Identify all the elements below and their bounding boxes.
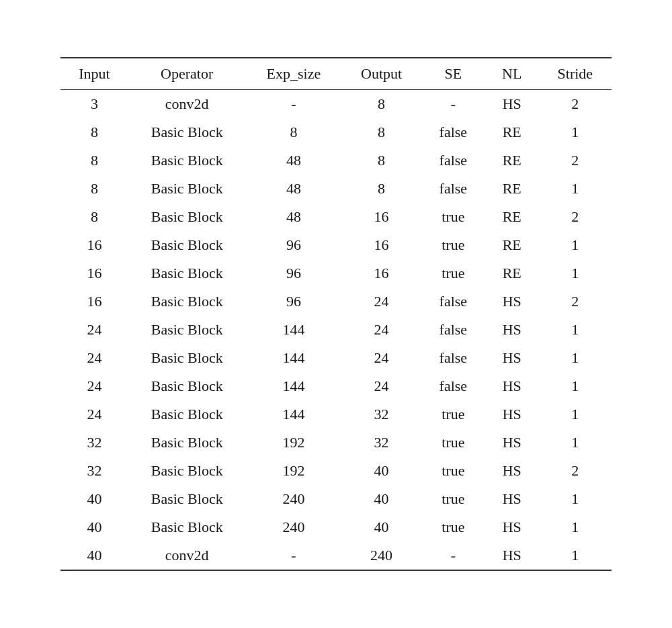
cell-9-1: Basic Block [128,344,246,372]
column-header-stride: Stride [539,58,612,90]
cell-5-6: 1 [539,231,612,259]
cell-8-4: false [421,316,485,344]
cell-3-6: 1 [539,175,612,203]
cell-12-0: 32 [60,429,128,457]
cell-9-6: 1 [539,344,612,372]
table-row: 24Basic Block14424falseHS1 [60,316,612,344]
cell-11-5: HS [485,400,539,429]
cell-12-6: 1 [539,429,612,457]
cell-4-5: RE [485,203,539,231]
cell-13-4: true [421,457,485,485]
cell-9-0: 24 [60,344,128,372]
column-header-output: Output [341,58,421,90]
cell-1-2: 8 [246,118,342,146]
cell-13-1: Basic Block [128,457,246,485]
cell-4-2: 48 [246,203,342,231]
column-header-nl: NL [485,58,539,90]
cell-1-6: 1 [539,118,612,146]
cell-14-6: 1 [539,485,612,513]
table-row: 24Basic Block14424falseHS1 [60,344,612,372]
cell-10-1: Basic Block [128,372,246,400]
cell-8-0: 24 [60,316,128,344]
cell-12-4: true [421,429,485,457]
cell-11-6: 1 [539,400,612,429]
cell-2-3: 8 [341,146,421,175]
cell-11-3: 32 [341,400,421,429]
cell-8-1: Basic Block [128,316,246,344]
cell-15-5: HS [485,513,539,541]
cell-3-2: 48 [246,175,342,203]
cell-16-3: 240 [341,541,421,570]
cell-14-4: true [421,485,485,513]
cell-10-5: HS [485,372,539,400]
cell-1-5: RE [485,118,539,146]
column-header-operator: Operator [128,58,246,90]
cell-7-1: Basic Block [128,287,246,316]
cell-14-3: 40 [341,485,421,513]
cell-1-1: Basic Block [128,118,246,146]
cell-6-3: 16 [341,259,421,287]
cell-0-2: - [246,90,342,119]
cell-3-4: false [421,175,485,203]
cell-3-0: 8 [60,175,128,203]
cell-6-4: true [421,259,485,287]
cell-16-5: HS [485,541,539,570]
cell-2-0: 8 [60,146,128,175]
column-header-input: Input [60,58,128,90]
cell-9-5: HS [485,344,539,372]
cell-12-3: 32 [341,429,421,457]
cell-3-1: Basic Block [128,175,246,203]
cell-16-1: conv2d [128,541,246,570]
cell-0-0: 3 [60,90,128,119]
cell-13-6: 2 [539,457,612,485]
network-architecture-table: InputOperatorExp_sizeOutputSENLStride 3c… [60,57,612,571]
cell-10-6: 1 [539,372,612,400]
table-row: 24Basic Block14432trueHS1 [60,400,612,429]
column-header-exp-size: Exp_size [246,58,342,90]
cell-13-2: 192 [246,457,342,485]
cell-12-2: 192 [246,429,342,457]
table-container: InputOperatorExp_sizeOutputSENLStride 3c… [60,57,612,571]
cell-7-0: 16 [60,287,128,316]
cell-15-0: 40 [60,513,128,541]
cell-3-3: 8 [341,175,421,203]
table-row: 16Basic Block9616trueRE1 [60,259,612,287]
table-row: 3conv2d-8-HS2 [60,90,612,119]
cell-6-0: 16 [60,259,128,287]
cell-0-1: conv2d [128,90,246,119]
cell-8-3: 24 [341,316,421,344]
cell-6-1: Basic Block [128,259,246,287]
cell-10-4: false [421,372,485,400]
cell-4-0: 8 [60,203,128,231]
cell-15-1: Basic Block [128,513,246,541]
cell-10-3: 24 [341,372,421,400]
cell-16-2: - [246,541,342,570]
cell-1-4: false [421,118,485,146]
table-header-row: InputOperatorExp_sizeOutputSENLStride [60,58,612,90]
table-row: 16Basic Block9624falseHS2 [60,287,612,316]
cell-6-5: RE [485,259,539,287]
cell-11-0: 24 [60,400,128,429]
cell-16-6: 1 [539,541,612,570]
cell-7-4: false [421,287,485,316]
cell-5-4: true [421,231,485,259]
cell-13-5: HS [485,457,539,485]
cell-4-3: 16 [341,203,421,231]
cell-7-5: HS [485,287,539,316]
cell-8-5: HS [485,316,539,344]
cell-16-0: 40 [60,541,128,570]
cell-7-3: 24 [341,287,421,316]
cell-2-4: false [421,146,485,175]
cell-14-1: Basic Block [128,485,246,513]
table-row: 8Basic Block88falseRE1 [60,118,612,146]
cell-5-0: 16 [60,231,128,259]
cell-0-5: HS [485,90,539,119]
cell-11-1: Basic Block [128,400,246,429]
cell-5-5: RE [485,231,539,259]
cell-5-3: 16 [341,231,421,259]
cell-14-0: 40 [60,485,128,513]
cell-9-3: 24 [341,344,421,372]
table-row: 8Basic Block488falseRE1 [60,175,612,203]
table-row: 32Basic Block19240trueHS2 [60,457,612,485]
cell-5-1: Basic Block [128,231,246,259]
